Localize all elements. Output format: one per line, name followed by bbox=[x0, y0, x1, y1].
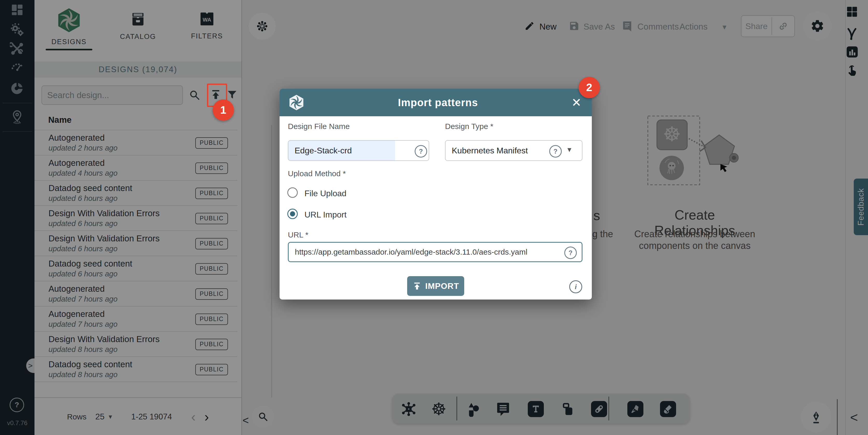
design-file-name-label: Design File Name bbox=[288, 122, 349, 131]
close-icon[interactable]: ✕ bbox=[571, 95, 582, 110]
url-label: URL * bbox=[288, 230, 308, 239]
modal-header: Import patterns ✕ bbox=[280, 89, 592, 116]
url-import-radio[interactable] bbox=[287, 209, 298, 219]
url-input[interactable] bbox=[288, 242, 583, 262]
import-upload-icon bbox=[412, 281, 422, 291]
import-patterns-modal: Import patterns ✕ Design File Name ? Des… bbox=[280, 89, 592, 299]
radio-selected-dot bbox=[290, 211, 295, 216]
design-type-caret-icon[interactable]: ▾ bbox=[567, 145, 571, 154]
file-upload-radio[interactable] bbox=[287, 187, 298, 198]
import-button[interactable]: IMPORT bbox=[407, 276, 464, 296]
design-file-name-help-icon[interactable]: ? bbox=[415, 145, 427, 157]
design-file-name-input[interactable] bbox=[288, 140, 429, 161]
file-upload-radio-label[interactable]: File Upload bbox=[305, 189, 346, 198]
info-icon[interactable]: i bbox=[569, 280, 582, 293]
meshery-app: New Save As Comments Actions ▾ Share s g… bbox=[0, 0, 868, 435]
url-help-icon[interactable]: ? bbox=[564, 246, 577, 259]
annotation-step1-marker: 1 bbox=[213, 99, 234, 121]
design-type-select[interactable]: Kubernetes Manifest bbox=[445, 140, 583, 161]
meshery-logo-icon bbox=[288, 94, 305, 111]
annotation-step2-marker: 2 bbox=[579, 77, 600, 98]
modal-title: Import patterns bbox=[305, 97, 571, 109]
upload-method-label: Upload Method * bbox=[288, 169, 346, 178]
url-import-radio-label[interactable]: URL Import bbox=[305, 210, 346, 220]
design-type-help-icon[interactable]: ? bbox=[549, 145, 562, 157]
design-type-label: Design Type * bbox=[445, 122, 493, 131]
